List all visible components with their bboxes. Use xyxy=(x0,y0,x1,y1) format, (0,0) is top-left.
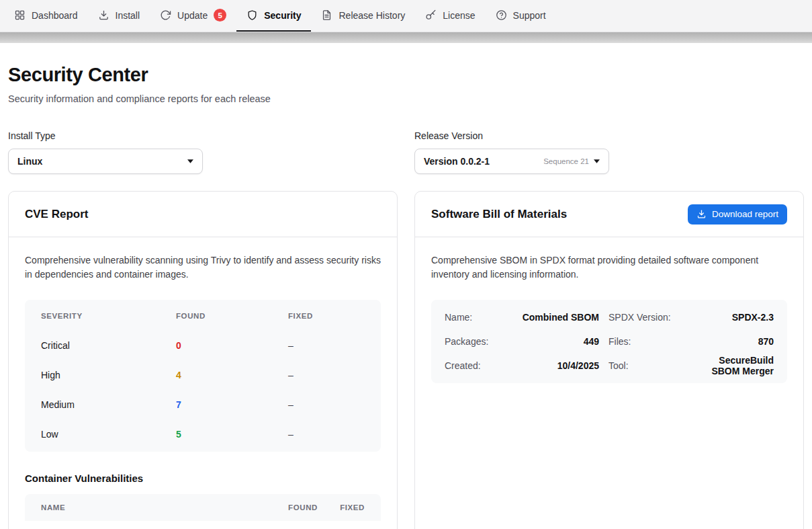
security-shield-icon xyxy=(246,9,258,21)
fixed-count: – xyxy=(288,399,365,410)
sbom-packages-value: 449 xyxy=(516,336,599,347)
chevron-down-icon xyxy=(594,159,600,163)
nav-label: Release History xyxy=(339,10,405,21)
sbom-tool-value: SecureBuild SBOM Merger xyxy=(690,355,774,376)
col-severity: SEVERITY xyxy=(41,312,176,320)
security-center-page: Security Center Security information and… xyxy=(0,64,812,529)
release-version-label: Release Version xyxy=(414,130,804,141)
install-type-field: Install Type Linux xyxy=(8,130,398,174)
table-row-medium: Medium 7 – xyxy=(25,390,381,419)
severity-name: Medium xyxy=(41,399,176,410)
install-type-select[interactable]: Linux xyxy=(8,149,203,174)
sbom-info-grid: Name: Combined SBOM SPDX Version: SPDX-2… xyxy=(431,300,787,383)
sbom-created-label: Created: xyxy=(445,360,506,371)
nav-label: Install xyxy=(116,10,140,21)
nav-item-support[interactable]: Support xyxy=(486,0,556,32)
severity-name: Critical xyxy=(41,340,176,351)
severity-table-header: SEVERITY FOUND FIXED xyxy=(25,301,381,331)
dashboard-icon xyxy=(14,9,26,21)
sbom-files-value: 870 xyxy=(690,336,774,347)
nav-item-update[interactable]: Update 5 xyxy=(150,0,236,32)
found-count: 0 xyxy=(176,340,288,351)
nav-label: Support xyxy=(513,10,546,21)
fixed-count: – xyxy=(288,370,365,380)
cve-report-card: CVE Report Comprehensive vulnerability s… xyxy=(8,191,398,529)
sbom-body: Comprehensive SBOM in SPDX format provid… xyxy=(415,237,803,399)
table-row-low: Low 5 – xyxy=(25,419,381,449)
update-count-badge: 5 xyxy=(214,9,226,22)
nav-label: Update xyxy=(177,10,208,21)
filters-row: Install Type Linux Release Version Versi… xyxy=(8,130,804,174)
release-version-field: Release Version Version 0.0.2-1 Sequence… xyxy=(414,130,804,174)
sbom-spdx-version-value: SPDX-2.3 xyxy=(690,312,774,323)
sbom-created-value: 10/4/2025 xyxy=(516,360,599,371)
install-type-label: Install Type xyxy=(8,130,398,141)
release-version-sequence: Sequence 21 xyxy=(543,157,589,165)
download-icon xyxy=(696,209,707,219)
fixed-count: – xyxy=(288,429,365,440)
install-icon xyxy=(98,9,109,21)
sbom-files-label: Files: xyxy=(608,336,681,347)
nav-label: Dashboard xyxy=(32,10,78,21)
page-title: Security Center xyxy=(8,64,804,86)
sbom-spdx-version-label: SPDX Version: xyxy=(608,312,681,323)
nav-item-security[interactable]: Security xyxy=(236,0,311,32)
col-found: FOUND xyxy=(176,312,288,320)
sbom-header: Software Bill of Materials Download repo… xyxy=(415,192,803,237)
col-found: FOUND xyxy=(256,503,318,512)
severity-name: Low xyxy=(41,429,176,440)
col-fixed: FIXED xyxy=(318,503,365,512)
sbom-name-value: Combined SBOM xyxy=(516,312,599,323)
nav-label: License xyxy=(443,10,475,21)
update-icon xyxy=(160,9,171,21)
nav-label: Security xyxy=(264,10,301,21)
top-nav: Dashboard Install Update 5 Security Rele… xyxy=(0,0,812,32)
container-vulnerabilities-title: Container Vulnerabilities xyxy=(25,473,381,484)
sbom-tool-label: Tool: xyxy=(608,360,681,371)
table-row-critical: Critical 0 – xyxy=(25,331,381,360)
nav-item-release-history[interactable]: Release History xyxy=(311,0,415,32)
found-count: 5 xyxy=(176,429,288,440)
col-name: NAME xyxy=(41,503,256,512)
container-vulnerabilities-table-header: NAME FOUND FIXED xyxy=(25,494,381,521)
nav-item-install[interactable]: Install xyxy=(88,0,150,32)
sbom-name-label: Name: xyxy=(445,312,506,323)
sbom-info-row: Packages: 449 Files: 870 xyxy=(445,329,774,354)
cve-report-description: Comprehensive vulnerability scanning usi… xyxy=(25,253,381,282)
chevron-down-icon xyxy=(187,159,193,163)
sbom-info-row: Created: 10/4/2025 Tool: SecureBuild SBO… xyxy=(445,354,774,378)
sbom-title: Software Bill of Materials xyxy=(431,208,567,221)
found-count: 4 xyxy=(176,370,288,380)
table-row-high: High 4 – xyxy=(25,360,381,390)
support-icon xyxy=(496,9,507,21)
report-cards: CVE Report Comprehensive vulnerability s… xyxy=(8,191,804,529)
sbom-info-row: Name: Combined SBOM SPDX Version: SPDX-2… xyxy=(445,305,774,329)
severity-name: High xyxy=(41,370,176,380)
header-divider-strip xyxy=(0,32,812,43)
cve-report-header: CVE Report xyxy=(9,192,397,237)
cve-report-body: Comprehensive vulnerability scanning usi… xyxy=(9,237,397,529)
sbom-description: Comprehensive SBOM in SPDX format provid… xyxy=(431,253,787,282)
cve-report-title: CVE Report xyxy=(25,208,88,221)
download-report-button[interactable]: Download report xyxy=(688,204,787,225)
license-key-icon xyxy=(425,9,437,21)
sbom-card: Software Bill of Materials Download repo… xyxy=(414,191,804,529)
page-subtitle: Security information and compliance repo… xyxy=(8,93,804,104)
release-version-select[interactable]: Version 0.0.2-1 Sequence 21 xyxy=(414,149,609,174)
col-fixed: FIXED xyxy=(288,312,365,320)
sbom-packages-label: Packages: xyxy=(445,336,506,347)
release-history-icon xyxy=(321,9,332,21)
release-version-value: Version 0.0.2-1 xyxy=(424,156,490,167)
cve-severity-table: SEVERITY FOUND FIXED Critical 0 – High 4… xyxy=(25,300,381,452)
nav-item-license[interactable]: License xyxy=(415,0,485,32)
download-report-label: Download report xyxy=(712,209,778,219)
nav-item-dashboard[interactable]: Dashboard xyxy=(4,0,88,32)
fixed-count: – xyxy=(288,340,365,351)
install-type-value: Linux xyxy=(17,156,42,167)
found-count: 7 xyxy=(176,399,288,410)
